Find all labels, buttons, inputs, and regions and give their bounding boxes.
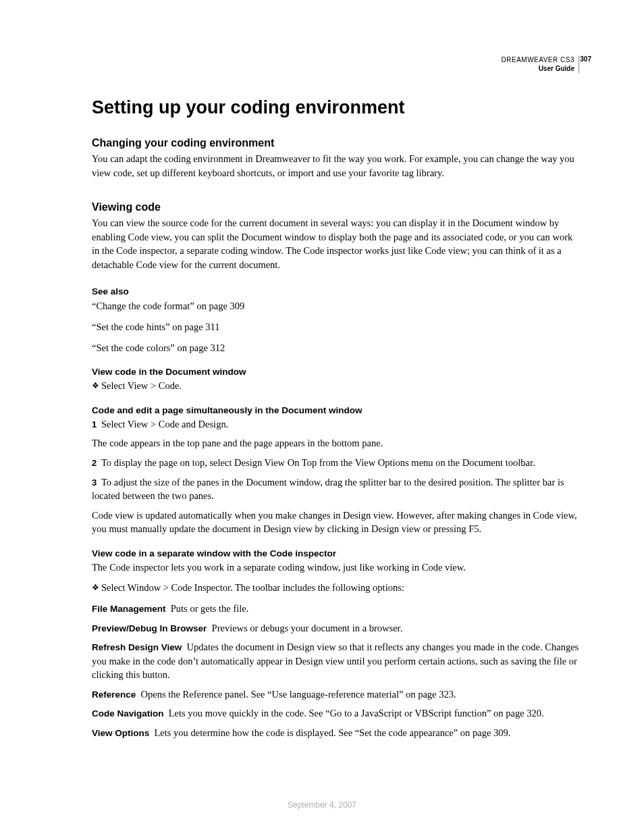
step-text: To display the page on top, select Desig… [101, 457, 535, 468]
section-heading-viewing: Viewing code [92, 201, 579, 213]
definition-item: Code Navigation Lets you move quickly in… [92, 706, 579, 721]
definition-desc: Lets you move quickly in the code. See “… [169, 708, 544, 719]
definition-term: Code Navigation [92, 708, 164, 719]
numbered-step: 1Select View > Code and Design. [92, 417, 579, 432]
product-name: DREAMWEAVER CS3 [502, 55, 574, 64]
paragraph: Code view is updated automatically when … [92, 509, 579, 536]
numbered-step: 3To adjust the size of the panes in the … [92, 475, 579, 503]
definition-desc: Previews or debugs your document in a br… [212, 623, 403, 633]
diamond-icon: ❖ [92, 582, 101, 594]
see-also-item: “Change the code format” on page 309 [92, 299, 579, 313]
page-number: 307 [580, 55, 591, 63]
definition-item: Refresh Design View Updates the document… [92, 640, 579, 682]
subsection-heading: View code in the Document window [92, 367, 579, 377]
paragraph: The Code inspector lets you work in a se… [92, 561, 579, 575]
page: DREAMWEAVER CS3 User Guide 307 Setting u… [0, 0, 644, 834]
step-text: To adjust the size of the panes in the D… [92, 477, 564, 502]
running-head: DREAMWEAVER CS3 User Guide [502, 55, 579, 73]
paragraph: You can view the source code for the cur… [92, 216, 579, 271]
definition-term: Preview/Debug In Browser [92, 623, 207, 633]
step-number: 1 [92, 419, 101, 431]
definition-term: File Management [92, 604, 166, 614]
see-also-list: “Change the code format” on page 309 “Se… [92, 299, 579, 355]
step-text: Select Window > Code Inspector. The tool… [101, 582, 404, 593]
bullet-step: ❖Select Window > Code Inspector. The too… [92, 581, 579, 595]
step-number: 3 [92, 477, 101, 489]
page-title: Setting up your coding environment [92, 97, 579, 118]
definition-desc: Opens the Reference panel. See “Use lang… [141, 689, 456, 700]
bullet-step: ❖Select View > Code. [92, 379, 579, 393]
definition-desc: Lets you determine how the code is displ… [155, 727, 511, 738]
numbered-step: 2To display the page on top, select Desi… [92, 456, 579, 470]
see-also-heading: See also [92, 286, 579, 296]
definition-item: Reference Opens the Reference panel. See… [92, 687, 579, 702]
definition-item: View Options Lets you determine how the … [92, 726, 579, 740]
subsection-heading: View code in a separate window with the … [92, 548, 579, 558]
footer-date: September 4, 2007 [0, 800, 644, 810]
step-text: Select View > Code and Design. [101, 419, 228, 429]
definition-term: Refresh Design View [92, 642, 182, 652]
definition-item: File Management Puts or gets the file. [92, 602, 579, 616]
section-heading-changing: Changing your coding environment [92, 137, 579, 149]
paragraph: You can adapt the coding environment in … [92, 152, 579, 180]
page-content: Setting up your coding environment Chang… [92, 97, 579, 740]
definition-term: View Options [92, 728, 149, 738]
step-number: 2 [92, 457, 101, 469]
subsection-heading: Code and edit a page simultaneously in t… [92, 405, 579, 415]
step-text: Select View > Code. [101, 380, 182, 391]
definition-desc: Puts or gets the file. [171, 603, 249, 614]
guide-label: User Guide [502, 64, 574, 73]
definition-item: Preview/Debug In Browser Previews or deb… [92, 621, 579, 635]
diamond-icon: ❖ [92, 380, 101, 392]
definition-term: Reference [92, 689, 136, 700]
paragraph: The code appears in the top pane and the… [92, 436, 579, 450]
see-also-item: “Set the code hints” on page 311 [92, 320, 579, 334]
see-also-item: “Set the code colors” on page 312 [92, 341, 579, 355]
